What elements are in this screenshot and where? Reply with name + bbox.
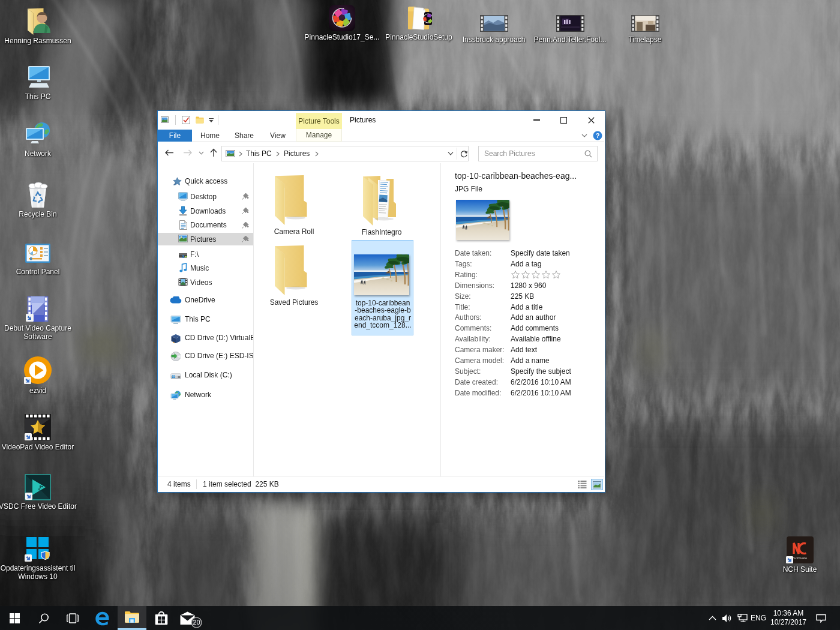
svg-text:20: 20 [193,619,200,626]
svg-text:2: 2 [182,254,185,259]
svg-text:?: ? [596,132,600,139]
svg-text:Software: Software [793,556,807,560]
